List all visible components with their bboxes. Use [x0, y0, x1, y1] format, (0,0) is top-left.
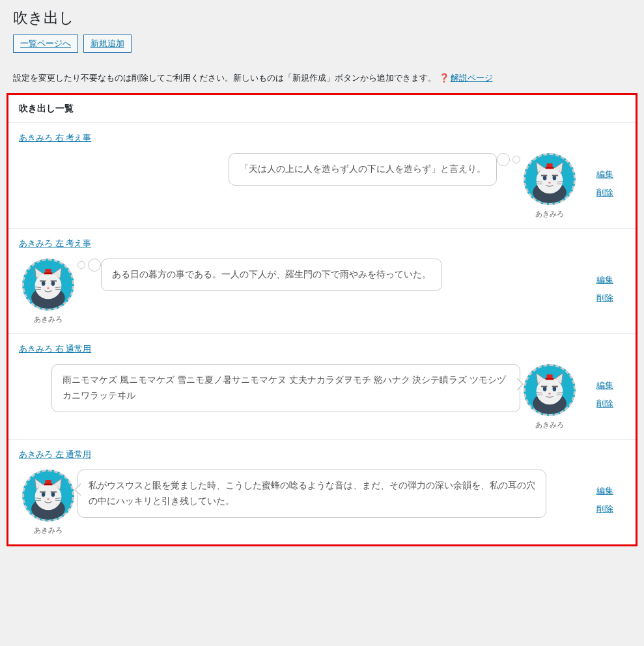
speech-bubble: 雨ニモマケズ 風ニモマケズ 雪ニモ夏ノ暑サニモマケヌ 丈夫ナカラダヲモチ 慾ハナ…	[51, 364, 520, 412]
svg-rect-4	[546, 167, 554, 169]
edit-link[interactable]: 編集	[596, 379, 623, 391]
page-title: 吹き出し	[13, 8, 631, 28]
description-row: 設定を変更したり不要なものは削除してご利用ください。新しいものは「新規作成」ボタ…	[0, 72, 644, 93]
svg-point-6	[553, 175, 557, 180]
delete-link[interactable]: 削除	[596, 397, 623, 409]
svg-point-17	[42, 281, 46, 285]
avatar-image	[525, 155, 574, 203]
svg-point-14	[35, 273, 62, 300]
delete-link[interactable]: 削除	[596, 503, 623, 514]
speech-bubble: ある日の暮方の事である。一人の下人が、羅生門の下で雨やみを待っていた。	[101, 259, 442, 291]
svg-point-2	[537, 167, 563, 194]
balloon-item-title[interactable]: あきみろ 左 通常用	[19, 449, 91, 460]
balloon-item-title[interactable]: あきみろ 右 考え事	[19, 132, 91, 144]
avatar-image	[525, 366, 574, 414]
svg-point-38	[35, 484, 62, 511]
edit-link[interactable]: 編集	[596, 274, 623, 285]
avatar-image	[24, 260, 72, 309]
delete-link[interactable]: 削除	[596, 186, 623, 198]
edit-link[interactable]: 編集	[596, 484, 623, 496]
help-link[interactable]: 解説ページ	[451, 73, 493, 83]
svg-rect-16	[44, 273, 53, 275]
svg-point-26	[537, 378, 563, 405]
svg-point-29	[543, 386, 547, 391]
svg-point-7	[548, 182, 551, 184]
avatar-name: あきみろ	[520, 209, 579, 219]
page-header: 吹き出し 一覧ページへ 新規追加	[0, 0, 644, 53]
thought-dots	[497, 153, 520, 166]
delete-link[interactable]: 削除	[596, 292, 623, 303]
svg-rect-40	[44, 484, 53, 486]
add-new-button[interactable]: 新規追加	[83, 35, 132, 53]
balloon-row: あきみろ私がウスウスと眼を覚ました時、こうした蜜蜂の唸るような音は、まだ、その弾…	[19, 470, 579, 535]
svg-point-43	[47, 498, 49, 500]
svg-point-18	[51, 281, 55, 285]
help-icon: ❓	[439, 73, 449, 83]
avatar-circle	[524, 364, 576, 416]
avatar-block: あきみろ	[520, 153, 579, 219]
avatar-circle	[22, 259, 74, 311]
list-page-button[interactable]: 一覧ページへ	[13, 35, 78, 53]
avatar-block: あきみろ	[19, 259, 77, 324]
balloon-list-heading: 吹き出し一覧	[8, 95, 636, 123]
balloon-item-title[interactable]: あきみろ 左 考え事	[19, 238, 91, 249]
header-buttons: 一覧ページへ 新規追加	[13, 35, 631, 53]
svg-point-5	[543, 175, 547, 180]
svg-point-30	[553, 386, 557, 391]
svg-rect-28	[546, 378, 554, 380]
balloon-item: あきみろ 右 通常用雨ニモマケズ 風ニモマケズ 雪ニモ夏ノ暑サニモマケヌ 丈夫ナ…	[8, 334, 636, 440]
svg-point-31	[548, 393, 551, 395]
balloon-row: 雨ニモマケズ 風ニモマケズ 雪ニモ夏ノ暑サニモマケヌ 丈夫ナカラダヲモチ 慾ハナ…	[19, 364, 579, 430]
avatar-image	[24, 471, 72, 520]
avatar-name: あきみろ	[19, 526, 77, 535]
item-actions: 編集削除	[596, 379, 623, 415]
svg-point-42	[51, 492, 55, 496]
balloon-item: あきみろ 左 通常用 あきみろ私がウスウスと眼を覚ました時、こうした蜜蜂の唸るよ…	[8, 440, 636, 544]
avatar-name: あきみろ	[520, 420, 579, 430]
avatar-block: あきみろ	[19, 470, 77, 535]
description-text: 設定を変更したり不要なものは削除してご利用ください。新しいものは「新規作成」ボタ…	[13, 73, 436, 83]
balloon-item-title[interactable]: あきみろ 右 通常用	[19, 343, 91, 355]
speech-bubble: 私がウスウスと眼を覚ました時、こうした蜜蜂の唸るような音は、まだ、その弾力の深い…	[77, 470, 546, 518]
svg-point-41	[42, 492, 46, 496]
avatar-circle	[22, 470, 74, 522]
balloon-list-container: 吹き出し一覧 あきみろ 右 考え事「天は人の上に人を造らず人の下に人を造らず」と…	[7, 93, 637, 546]
speech-bubble: 「天は人の上に人を造らず人の下に人を造らず」と言えり。	[229, 153, 497, 186]
balloon-item: あきみろ 左 考え事 あきみろある日の暮方の事である。一人の下人が、羅生門の下で…	[8, 229, 636, 334]
thought-dots	[77, 259, 101, 272]
balloon-row: 「天は人の上に人を造らず人の下に人を造らず」と言えり。 あきみろ	[19, 153, 579, 219]
avatar-circle	[524, 153, 576, 205]
balloon-item: あきみろ 右 考え事「天は人の上に人を造らず人の下に人を造らず」と言えり。 あき…	[8, 123, 636, 229]
avatar-name: あきみろ	[19, 315, 77, 324]
item-actions: 編集削除	[596, 274, 623, 310]
svg-point-19	[47, 287, 49, 289]
item-actions: 編集削除	[596, 168, 623, 204]
item-actions: 編集削除	[596, 484, 623, 521]
edit-link[interactable]: 編集	[596, 168, 623, 180]
balloon-row: あきみろある日の暮方の事である。一人の下人が、羅生門の下で雨やみを待っていた。	[19, 259, 579, 324]
avatar-block: あきみろ	[520, 364, 579, 430]
